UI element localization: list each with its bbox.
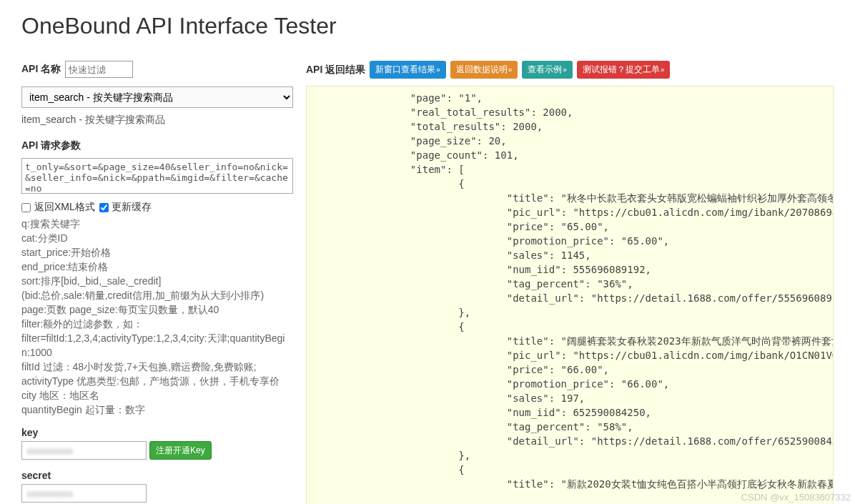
params-label: API 请求参数 (21, 139, 293, 152)
json-line: "title": "秋冬中长款毛衣套头女韩版宽松蝙蝠袖针织衫加厚外套高领冬季女装… (314, 191, 826, 205)
json-line: "promotion_price": "65.00", (314, 234, 826, 248)
cache-checkbox[interactable] (99, 203, 109, 212)
example-label: 查看示例 (528, 64, 562, 76)
json-line: "tag_percent": "36%", (314, 277, 826, 291)
json-line: "num_iid": 652590084250, (314, 405, 826, 420)
api-select[interactable]: item_search - 按关键字搜索商品 (21, 87, 293, 108)
json-line: "total_results": 2000, (314, 119, 826, 134)
json-line: "promotion_price": "66.00", (314, 377, 826, 391)
cache-label[interactable]: 更新缓存 (112, 201, 152, 212)
help-line: page:页数 page_size:每页宝贝数量，默认40 (21, 302, 293, 317)
key-label: key (21, 427, 293, 438)
filter-input[interactable] (65, 61, 133, 78)
xml-checkbox[interactable] (21, 203, 31, 212)
help-line: filtId 过滤：48小时发货,7+天包换,赠运费险,免费赊账; (21, 360, 293, 374)
help-line: (bid:总价,sale:销量,credit信用,加_前缀为从大到小排序) (21, 288, 293, 302)
help-line: q:搜索关键字 (21, 217, 293, 231)
arrow-icon: » (563, 66, 567, 74)
json-line: "page": "1", (314, 91, 826, 105)
help-line: start_price:开始价格 (21, 245, 293, 260)
example-button[interactable]: 查看示例» (522, 61, 573, 79)
api-desc: item_search - 按关键字搜索商品 (21, 114, 293, 127)
json-line: "pic_url": "https://cbu01.alicdn.com/img… (314, 205, 826, 219)
secret-label: secret (21, 470, 293, 481)
data-doc-label: 返回数据说明 (456, 64, 508, 76)
json-line: "num_iid": 555696089192, (314, 262, 826, 277)
json-line: }, (314, 305, 826, 320)
json-line: "sales": 197, (314, 391, 826, 405)
json-line: "sales": 1145, (314, 248, 826, 262)
right-panel: API 返回结果 新窗口查看结果» 返回数据说明» 查看示例» 测试报错？提交工… (306, 61, 834, 504)
api-name-label: API 名称 (21, 63, 61, 76)
json-line: "title": "阔腿裤套装女春秋装2023年新款气质洋气时尚背带裤两件套女装… (314, 334, 826, 348)
json-line: "page_size": 20, (314, 134, 826, 148)
secret-input[interactable] (21, 484, 147, 503)
json-line: "price": "65.00", (314, 219, 826, 234)
help-line: filter:额外的过滤参数，如： (21, 317, 293, 331)
help-line: end_price:结束价格 (21, 260, 293, 274)
json-line: }, (314, 448, 826, 463)
main-container: API 名称 item_search - 按关键字搜索商品 item_searc… (21, 61, 834, 504)
arrow-icon: » (436, 66, 440, 74)
left-panel: API 名称 item_search - 按关键字搜索商品 item_searc… (21, 61, 293, 504)
json-line: "detail_url": "https://detail.1688.com/o… (314, 434, 826, 448)
page-title: OneBound API Interface Tester (21, 13, 834, 39)
json-line: "title": "新款2020女装t恤女纯色百搭小半高领打底衫女秋冬新款春夏季… (314, 477, 826, 491)
help-line: quantityBegin 起订量：数字 (21, 402, 293, 417)
arrow-icon: » (661, 66, 665, 74)
report-label: 测试报错？提交工单 (583, 64, 660, 76)
help-line: cat:分类ID (21, 231, 293, 245)
report-button[interactable]: 测试报错？提交工单» (577, 61, 671, 79)
json-line: { (314, 463, 826, 477)
params-textarea[interactable] (21, 158, 293, 194)
key-input[interactable] (21, 441, 147, 460)
new-window-button[interactable]: 新窗口查看结果» (370, 61, 446, 79)
json-line: "item": [ (314, 162, 826, 177)
json-line: "page_count": 101, (314, 148, 826, 162)
json-line: "price": "66.00", (314, 362, 826, 377)
new-window-label: 新窗口查看结果 (375, 64, 435, 76)
arrow-icon: » (508, 66, 513, 74)
help-line: filter=filtId:1,2,3,4;activityType:1,2,3… (21, 331, 293, 360)
json-line: "pic_url": "https://cbu01.alicdn.com/img… (314, 348, 826, 362)
register-key-button[interactable]: 注册开通Key (149, 441, 212, 460)
result-box: "page": "1", "real_total_results": 2000,… (306, 86, 834, 504)
json-line: "tag_percent": "58%", (314, 420, 826, 434)
json-line: { (314, 177, 826, 191)
help-text: q:搜索关键字cat:分类IDstart_price:开始价格end_price… (21, 217, 293, 417)
help-line: activityType 优惠类型:包邮，产地货源，伙拼，手机专享价 (21, 374, 293, 388)
json-line: { (314, 320, 826, 334)
help-line: sort:排序[bid,_bid,_sale,_credit] (21, 274, 293, 288)
xml-label[interactable]: 返回XML格式 (34, 201, 95, 212)
json-line: "real_total_results": 2000, (314, 105, 826, 119)
help-line: city 地区：地区名 (21, 388, 293, 402)
data-doc-button[interactable]: 返回数据说明» (450, 61, 518, 79)
json-line: "detail_url": "https://detail.1688.com/o… (314, 291, 826, 305)
result-label: API 返回结果 (306, 64, 365, 76)
